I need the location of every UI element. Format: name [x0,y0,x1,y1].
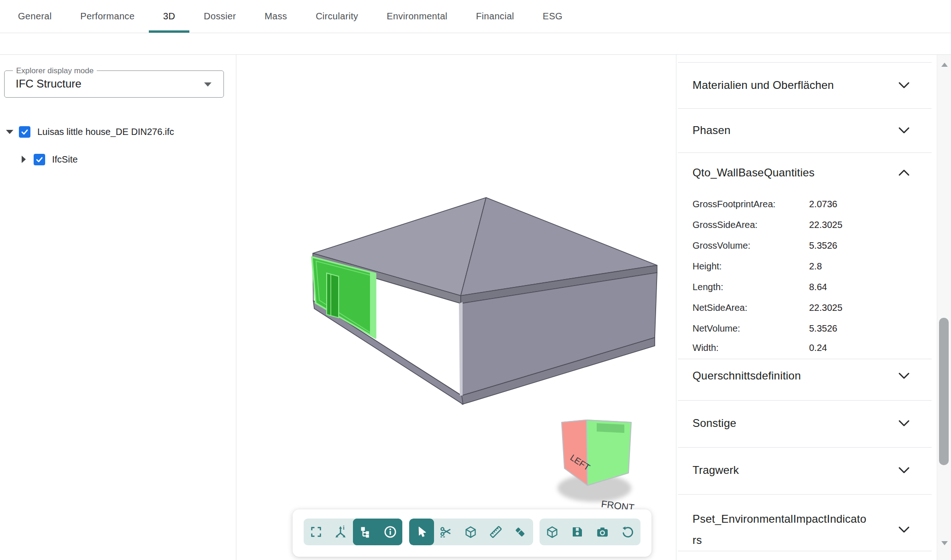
property-row: GrossSideArea: 22.3025 [693,215,914,235]
door-opening[interactable] [327,273,339,318]
camera-icon [596,525,609,539]
section-title: Pset_EnvironmentalImpactIndicators [693,508,868,551]
tab-label: Environmental [387,11,447,21]
pointer-select-button[interactable] [409,519,434,545]
chevron-down-icon [898,127,910,134]
property-value: 5.3526 [809,323,837,334]
tab-esg[interactable]: ESG [528,0,577,33]
structure-tree-button[interactable] [353,519,378,545]
chevron-up-icon [898,169,910,176]
tab-general[interactable]: General [4,0,66,33]
tab-label: ESG [543,11,563,21]
tree-ifcsite-label[interactable]: IfcSite [52,154,78,165]
property-value: 2.0736 [809,199,837,210]
section-sonstige[interactable]: Sonstige [693,411,914,435]
top-tab-bar: General Performance 3D Dossier Mass Circ… [0,0,951,33]
section-pset-environmental[interactable]: Pset_EnvironmentalImpactIndicators [693,508,914,551]
explorer-panel: Explorer display mode IFC Structure Luis… [0,55,236,560]
property-label: GrossVolume: [693,240,809,251]
property-value: 22.3025 [809,220,842,230]
tree-root-checkbox[interactable] [19,126,30,138]
section-materialien[interactable]: Materialien und Oberflächen [693,73,914,97]
property-label: NetVolume: [693,323,809,334]
section-title: Tragwerk [693,460,739,481]
property-row: GrossFootprintArea: 2.0736 [693,194,914,215]
tab-circularity[interactable]: Circularity [301,0,372,33]
fullscreen-icon [310,525,323,538]
tree-collapse-arrow-icon[interactable] [22,156,26,163]
tree-ifcsite-checkbox[interactable] [34,154,45,165]
tree-expand-arrow-icon[interactable] [6,130,13,134]
scrollbar-up-arrow-icon[interactable] [941,63,948,67]
section-divider [678,400,932,401]
chevron-down-icon [898,467,910,474]
measure-button[interactable] [483,519,508,545]
active-tab-indicator [149,30,189,33]
section-title: Materialien und Oberflächen [693,75,834,96]
reset-view-button[interactable] [615,519,640,545]
toolbar-group-output [540,519,640,545]
panel-scrollbar[interactable] [937,55,951,560]
fit-view-button[interactable] [540,519,565,545]
tab-label: General [18,11,52,21]
section-phasen[interactable]: Phasen [693,118,914,142]
save-floppy-icon [571,525,584,538]
axes-gizmo-button[interactable]: i [329,519,353,545]
dropdown-arrow-icon [204,82,211,87]
tab-3d[interactable]: 3D [149,0,189,33]
property-row: Length: 8.64 [693,277,914,298]
house-model-scene: LEFT FRONT [237,55,676,560]
viewport-3d[interactable]: LEFT FRONT i [237,55,676,560]
section-title: Sonstige [693,413,736,434]
pointer-select-icon [415,525,428,538]
property-value: 0.24 [809,343,827,353]
property-value: 8.64 [809,282,827,292]
tree-root-label[interactable]: Luisas little house_DE DIN276.ifc [37,127,174,137]
fullscreen-button[interactable] [304,519,329,545]
section-divider [678,108,932,109]
scrollbar-down-arrow-icon[interactable] [941,541,948,545]
section-tragwerk[interactable]: Tragwerk [693,458,914,482]
clip-box-button[interactable] [458,519,483,545]
info-button[interactable] [378,519,403,545]
property-row: NetVolume: 5.3526 [693,318,914,339]
toolbar-group-view: i [304,519,403,545]
property-row: NetSideArea: 22.3025 [693,298,914,318]
section-qto-wallbasequantities[interactable]: Qto_WallBaseQuantities [693,161,914,185]
selected-wall-end-face [370,272,376,338]
property-row: Height: 2.8 [693,256,914,277]
property-label: NetSideArea: [693,303,809,313]
tab-label: Dossier [204,11,236,21]
section-divider [678,359,932,359]
property-label: GrossSideArea: [693,220,809,230]
tree-row-ifcsite: IfcSite [0,153,78,166]
section-cut-icon [439,525,453,539]
tab-financial[interactable]: Financial [462,0,528,33]
tab-label: Performance [80,11,135,21]
section-divider [678,551,932,551]
erase-button[interactable] [508,519,533,545]
section-divider [678,494,932,495]
chevron-down-icon [898,82,910,89]
screenshot-button[interactable] [590,519,615,545]
explorer-display-mode-select[interactable]: Explorer display mode IFC Structure [4,70,224,98]
section-divider [678,447,932,448]
section-cut-button[interactable] [434,519,459,545]
chevron-down-icon [898,420,910,427]
tab-label: 3D [163,11,175,21]
section-querschnittsdefinition[interactable]: Querschnittsdefinition [693,364,914,388]
fit-view-cube-icon [546,525,559,539]
tab-environmental[interactable]: Environmental [372,0,462,33]
properties-panel: Materialien und Oberflächen Phasen Qto_W… [676,55,951,560]
tree-row-root: Luisas little house_DE DIN276.ifc [0,125,174,138]
save-view-button[interactable] [565,519,590,545]
scrollbar-thumb[interactable] [939,318,949,465]
property-row: GrossVolume: 5.3526 [693,235,914,256]
tab-performance[interactable]: Performance [66,0,149,33]
view-navigation-cube[interactable]: LEFT FRONT [558,420,635,513]
chevron-down-icon [898,372,910,379]
tab-label: Mass [264,11,287,21]
tab-mass[interactable]: Mass [250,0,301,33]
checkmark-icon [35,155,44,164]
tab-dossier[interactable]: Dossier [189,0,250,33]
